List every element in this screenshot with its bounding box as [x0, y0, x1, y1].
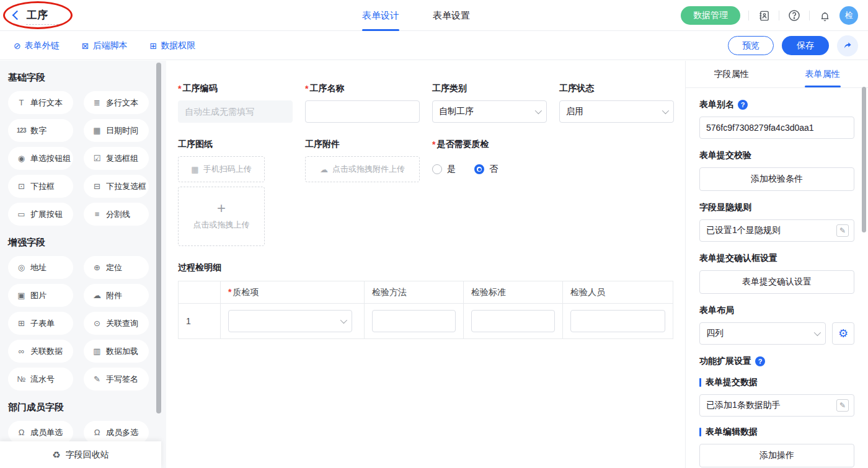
visibility-rules-label: 字段显隐规则 [699, 202, 854, 213]
field-pill-datetime[interactable]: ▦日期时间 [84, 119, 149, 142]
avatar[interactable]: 检 [839, 6, 858, 25]
field-pill-attachment[interactable]: ☁附件 [84, 284, 149, 307]
attachment-upload-dropzone[interactable]: ☁ 点击或拖拽附件上传 [305, 156, 420, 182]
external-link-button[interactable]: ⊘ 表单外链 [14, 40, 60, 51]
field-pill-number[interactable]: 123数字 [8, 119, 73, 142]
edit-icon[interactable]: ✎ [836, 399, 849, 412]
backend-script-button[interactable]: ⊠ 后端脚本 [82, 40, 128, 51]
field-pill-radio-group[interactable]: ◉单选按钮组 [8, 147, 73, 170]
inspector-input[interactable] [570, 310, 665, 332]
field-process-code: *工序编码 [178, 83, 293, 123]
back-button[interactable]: 工序 [14, 8, 48, 22]
preview-button[interactable]: 预览 [728, 36, 774, 55]
field-pill-serial-number[interactable]: №流水号 [8, 368, 73, 391]
process-code-input[interactable] [178, 100, 293, 123]
multi-dropdown-icon: ⊟ [92, 182, 102, 191]
contact-book-icon[interactable] [757, 9, 771, 22]
cloud-icon: ☁ [92, 291, 102, 300]
data-permission-button[interactable]: ⊞ 数据权限 [149, 40, 195, 51]
qc-item-select[interactable] [228, 310, 352, 332]
field-pill-checkbox-group[interactable]: ☑复选框组 [84, 147, 149, 170]
qc-radio-yes[interactable]: 是 [432, 164, 456, 175]
tab-field-properties[interactable]: 字段属性 [686, 61, 777, 87]
tab-form-design[interactable]: 表单设计 [358, 0, 403, 31]
calendar-icon: ▦ [92, 126, 102, 135]
sidebar-scrollbar[interactable] [156, 63, 161, 413]
field-pill-select[interactable]: ⊡下拉框 [8, 175, 73, 198]
number-icon: 123 [17, 127, 26, 134]
help-icon[interactable]: ? [755, 356, 765, 366]
canvas-row-1: *工序编码 *工序名称 工序类别 自制工序 工序状态 [178, 83, 685, 123]
tab-form-properties[interactable]: 表单属性 [777, 61, 868, 87]
tab-form-settings[interactable]: 表单设置 [429, 0, 474, 31]
permission-icon: ⊞ [149, 41, 157, 51]
process-name-input[interactable] [305, 100, 420, 123]
field-pill-single-text[interactable]: T单行文本 [8, 91, 73, 114]
divider [779, 11, 779, 20]
help-icon[interactable] [787, 9, 801, 22]
field-process-category: 工序类别 自制工序 [432, 83, 547, 123]
field-label: *是否需要质检 [432, 139, 547, 150]
col-label: 检验标准 [471, 287, 506, 297]
notification-bell-icon[interactable] [818, 9, 831, 22]
field-pill-signature[interactable]: ✎手写签名 [84, 368, 149, 391]
visibility-rules-box[interactable]: 已设置1个显隐规则 ✎ [699, 219, 854, 242]
field-recycle-bin[interactable]: ♻ 字段回收站 [0, 441, 161, 468]
tab-label: 表单设计 [362, 10, 399, 22]
field-process-attachment: 工序附件 ☁ 点击或拖拽附件上传 [305, 139, 420, 246]
help-icon[interactable]: ? [738, 100, 748, 110]
pill-label: 流水号 [30, 374, 55, 385]
field-pill-data-load[interactable]: ▥数据加载 [84, 340, 149, 363]
upload-label: 点击或拖拽上传 [193, 219, 250, 231]
pill-label: 成员多选 [106, 427, 138, 438]
form-alias-input[interactable] [699, 117, 854, 139]
submit-data-box[interactable]: 已添加1条数据助手 ✎ [699, 394, 854, 417]
select-value: 启用 [566, 106, 583, 117]
process-status-select[interactable]: 启用 [559, 100, 674, 123]
link-label: 表单外链 [25, 40, 60, 51]
locate-icon: ⊕ [92, 263, 102, 272]
field-pill-address[interactable]: ◎地址 [8, 256, 73, 279]
col-label: 质检项 [232, 287, 259, 297]
data-manage-button[interactable]: 数据管理 [681, 6, 740, 25]
field-pill-subform[interactable]: ⊞子表单 [8, 312, 73, 335]
field-pill-divider[interactable]: ≡分割线 [84, 203, 149, 226]
process-check-table: *质检项 检验方法 检验标准 检验人员 1 [178, 281, 673, 339]
standard-input[interactable] [471, 310, 555, 332]
qr-scan-upload-button[interactable]: ▦ 手机扫码上传 [178, 156, 265, 182]
bar-chart-icon: ▥ [92, 347, 102, 356]
properties-scrollbar[interactable] [862, 87, 866, 232]
form-layout-select[interactable]: 四列 [699, 322, 826, 345]
process-category-select[interactable]: 自制工序 [432, 100, 547, 123]
field-pill-extend-button[interactable]: ▭扩展按钮 [8, 203, 73, 226]
label-text: 是否需要质检 [436, 139, 489, 150]
label-text: 功能扩展设置 [699, 356, 751, 367]
qc-radio-no[interactable]: 否 [474, 164, 498, 175]
layout-settings-button[interactable]: ⚙ [832, 322, 854, 345]
field-pill-linked-query[interactable]: ⊙关联查询 [84, 312, 149, 335]
pill-label: 单行文本 [30, 97, 63, 108]
field-pill-location[interactable]: ⊕定位 [84, 256, 149, 279]
field-pill-member-multi[interactable]: Ω成员多选 [84, 421, 149, 444]
field-pill-image[interactable]: ▣图片 [8, 284, 73, 307]
field-pill-member-single[interactable]: Ω成员单选 [8, 421, 73, 444]
add-operation-button[interactable]: 添加操作 [699, 444, 854, 467]
edit-icon[interactable]: ✎ [836, 224, 849, 237]
add-validation-button[interactable]: 添加校验条件 [699, 167, 854, 191]
field-pill-multi-text[interactable]: ≣多行文本 [84, 91, 149, 114]
person-icon: Ω [17, 428, 26, 437]
pill-label: 单选按钮组 [30, 153, 71, 164]
section-title-member-fields: 部门成员字段 [8, 402, 166, 413]
field-pill-multi-select[interactable]: ⊟下拉复选框 [84, 175, 149, 198]
share-button[interactable] [837, 35, 858, 56]
script-icon: ⊠ [82, 41, 89, 51]
save-button[interactable]: 保存 [782, 36, 829, 55]
chevron-down-icon [662, 107, 669, 114]
pill-label: 复选框组 [106, 153, 138, 164]
confirm-box-settings-button[interactable]: 表单提交确认设置 [699, 270, 854, 294]
header-left: 工序 [0, 0, 186, 31]
extension-settings-label: 功能扩展设置 ? [699, 356, 854, 367]
drawing-upload-dropzone[interactable]: + 点击或拖拽上传 [178, 187, 265, 246]
method-input[interactable] [372, 310, 456, 332]
field-pill-linked-data[interactable]: ∞关联数据 [8, 340, 73, 363]
